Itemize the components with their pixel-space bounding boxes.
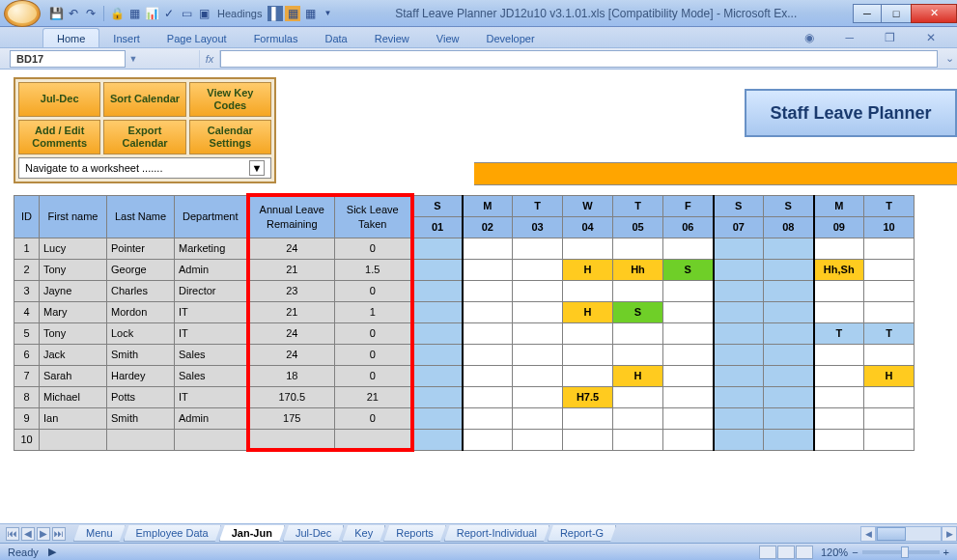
view3-icon[interactable]: ▦ xyxy=(302,6,318,21)
calendar-cell[interactable] xyxy=(412,365,463,386)
calendar-cell[interactable] xyxy=(513,322,563,344)
calendar-cell[interactable] xyxy=(613,386,663,407)
calendar-cell[interactable] xyxy=(663,386,714,407)
calendar-cell[interactable] xyxy=(714,386,764,407)
calendar-cell[interactable] xyxy=(463,301,513,322)
calendar-cell[interactable] xyxy=(663,301,714,322)
page-layout-view-icon[interactable] xyxy=(777,546,795,559)
view1-icon[interactable]: ▌ xyxy=(267,6,283,21)
calendar-cell[interactable] xyxy=(563,365,613,386)
calendar-cell[interactable] xyxy=(764,407,814,429)
sheet-tab[interactable]: Employee Data xyxy=(124,525,221,542)
cell-id[interactable]: 3 xyxy=(14,280,40,301)
sheet-last-icon[interactable]: ⏭ xyxy=(52,527,66,541)
cell-annual[interactable]: 21 xyxy=(248,301,335,322)
worksheet-area[interactable]: Jul-Dec Sort Calendar View Key Codes Add… xyxy=(0,70,957,523)
calendar-cell[interactable] xyxy=(663,238,714,259)
cell-annual[interactable]: 18 xyxy=(248,365,335,386)
calendar-cell[interactable] xyxy=(463,238,513,259)
cell-sick[interactable]: 21 xyxy=(335,386,412,407)
sheet-tab[interactable]: Report-Individual xyxy=(444,525,549,542)
tab-home[interactable]: Home xyxy=(42,28,99,47)
cell-dept[interactable]: IT xyxy=(175,301,248,322)
zoom-in-icon[interactable]: + xyxy=(943,546,949,558)
maximize-button[interactable]: □ xyxy=(882,4,911,23)
calendar-cell[interactable] xyxy=(814,344,864,365)
cell-dept[interactable]: IT xyxy=(175,386,248,407)
calendar-cell[interactable] xyxy=(412,386,463,407)
chart-icon[interactable]: 📊 xyxy=(144,6,159,21)
calendar-cell[interactable] xyxy=(714,322,764,344)
cell-id[interactable]: 5 xyxy=(14,322,40,344)
tab-data[interactable]: Data xyxy=(311,29,360,47)
scroll-left-icon[interactable]: ◀ xyxy=(860,526,876,542)
calendar-cell[interactable] xyxy=(814,429,864,450)
cell-id[interactable]: 8 xyxy=(14,386,40,407)
zoom-slider[interactable] xyxy=(862,550,940,554)
cell-last[interactable]: Potts xyxy=(107,386,175,407)
view2-icon[interactable]: ▦ xyxy=(285,6,300,21)
calendar-cell[interactable] xyxy=(864,259,915,280)
cell-last[interactable]: Hardey xyxy=(107,365,175,386)
name-box[interactable]: BD17 xyxy=(10,50,126,68)
cell-sick[interactable]: 0 xyxy=(335,344,412,365)
calendar-cell[interactable] xyxy=(463,386,513,407)
calendar-cell[interactable]: H xyxy=(613,365,663,386)
fx-icon[interactable]: fx xyxy=(199,50,220,68)
calendar-cell[interactable] xyxy=(663,322,714,344)
cell-last[interactable]: Pointer xyxy=(107,238,175,259)
calendar-cell[interactable] xyxy=(764,386,814,407)
office-button[interactable] xyxy=(4,0,41,27)
calendar-cell[interactable] xyxy=(563,280,613,301)
cell-last[interactable]: Lock xyxy=(107,322,175,344)
calendar-cell[interactable] xyxy=(463,365,513,386)
calendar-cell[interactable] xyxy=(563,238,613,259)
calendar-cell[interactable] xyxy=(814,238,864,259)
calendar-cell[interactable] xyxy=(714,238,764,259)
lock-icon[interactable]: 🔒 xyxy=(109,6,125,21)
calendar-cell[interactable] xyxy=(764,280,814,301)
calendar-cell[interactable] xyxy=(864,238,915,259)
scroll-right-icon[interactable]: ▶ xyxy=(942,526,957,542)
border-icon[interactable]: ▭ xyxy=(179,6,194,21)
export-calendar-button[interactable]: Export Calendar xyxy=(103,120,185,154)
calendar-cell[interactable] xyxy=(663,280,714,301)
calendar-cell[interactable] xyxy=(663,407,714,429)
calendar-cell[interactable] xyxy=(463,259,513,280)
calendar-cell[interactable] xyxy=(513,238,563,259)
cell-first[interactable]: Sarah xyxy=(40,365,107,386)
calendar-cell[interactable] xyxy=(613,407,663,429)
calendar-cell[interactable] xyxy=(764,259,814,280)
inner-close-icon[interactable]: ✕ xyxy=(913,27,949,47)
cell-sick[interactable] xyxy=(335,429,412,450)
calendar-settings-button[interactable]: Calendar Settings xyxy=(189,120,271,154)
tab-developer[interactable]: Developer xyxy=(472,29,548,47)
calendar-cell[interactable] xyxy=(663,429,714,450)
calendar-cell[interactable] xyxy=(663,344,714,365)
calendar-cell[interactable] xyxy=(463,322,513,344)
calendar-cell[interactable] xyxy=(613,322,663,344)
headings-label[interactable]: Headings xyxy=(217,8,262,19)
check-icon[interactable]: ✓ xyxy=(161,6,177,21)
sheet-tab[interactable]: Jul-Dec xyxy=(283,525,344,542)
calendar-cell[interactable] xyxy=(412,301,463,322)
name-box-dropdown-icon[interactable]: ▼ xyxy=(126,54,141,64)
calendar-cell[interactable] xyxy=(613,429,663,450)
cell-first[interactable]: Jack xyxy=(40,344,107,365)
cell-last[interactable] xyxy=(107,429,175,450)
undo-icon[interactable]: ↶ xyxy=(66,6,81,21)
calendar-cell[interactable] xyxy=(463,429,513,450)
calendar-cell[interactable] xyxy=(764,238,814,259)
cell-id[interactable]: 9 xyxy=(14,407,40,429)
calendar-cell[interactable] xyxy=(864,344,915,365)
calendar-cell[interactable]: Hh xyxy=(613,259,663,280)
calendar-cell[interactable] xyxy=(513,386,563,407)
add-edit-comments-button[interactable]: Add / Edit Comments xyxy=(18,120,100,154)
horizontal-scrollbar[interactable]: ◀ ▶ xyxy=(860,526,957,542)
sheet-tab[interactable]: Reports xyxy=(383,525,446,542)
calendar-cell[interactable] xyxy=(663,365,714,386)
calendar-cell[interactable] xyxy=(814,280,864,301)
calendar-cell[interactable] xyxy=(463,344,513,365)
inner-minimize-icon[interactable]: ─ xyxy=(831,27,867,47)
cell-first[interactable]: Mary xyxy=(40,301,107,322)
